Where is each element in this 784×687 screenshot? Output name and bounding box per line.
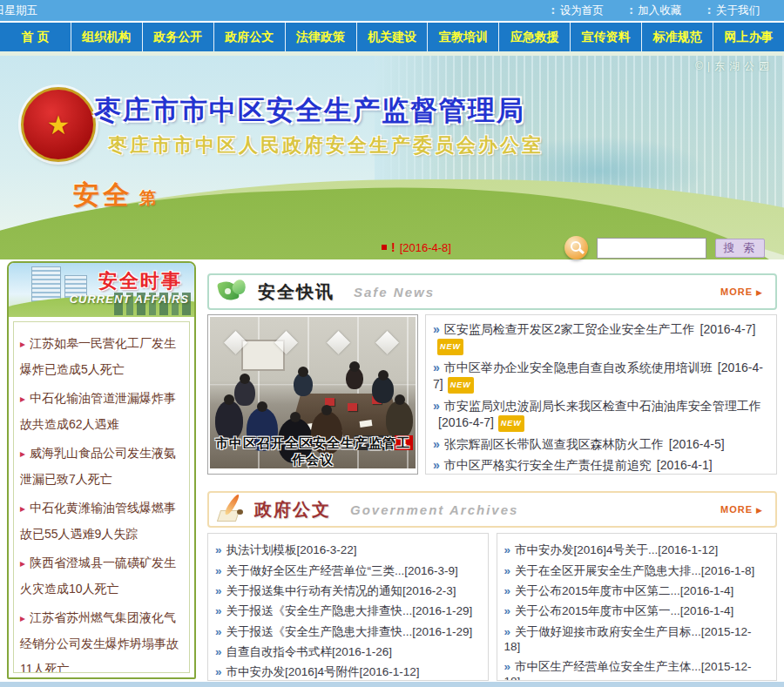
news-date: [2016-4-7] xyxy=(700,322,756,336)
nav-item[interactable]: 组织机构 xyxy=(71,23,143,51)
news-item[interactable]: »市中区举办企业安全隐患自查自改系统使用培训班[2016-4-7]NEW xyxy=(433,357,767,395)
news-item[interactable]: »张宗辉副区长带队巡查我区森林防火工作[2016-4-5] xyxy=(433,434,767,455)
sidebar-header: 安全时事 CURRENT AFFAIRS xyxy=(9,263,194,317)
gov-doc-text: 市中安办发[2016]4号关于... xyxy=(515,543,658,556)
gov-doc-item[interactable]: »关于报送《安全生产隐患大排查快...[2016-1-29] xyxy=(215,601,479,621)
new-badge: NEW xyxy=(498,415,524,432)
top-link[interactable]: ∶ 加入收藏 xyxy=(630,3,682,18)
sidebar-news-item[interactable]: ▸威海乳山食品公司发生液氨泄漏已致7人死亡 xyxy=(20,441,183,492)
nav-item[interactable]: 首 页 xyxy=(0,23,71,51)
gov-docs-more-link[interactable]: MORE ▶ xyxy=(720,504,763,515)
sidebar-news-text: 中石化输油管道泄漏爆炸事故共造成62人遇难 xyxy=(20,391,176,431)
site-title: 枣庄市市中区安全生产监督管理局 xyxy=(94,92,525,129)
gov-doc-date: [2016-1-4] xyxy=(680,604,734,617)
nav-item[interactable]: 政务公开 xyxy=(143,23,214,51)
gov-doc-item[interactable]: »市中安办发[2016]4号附件[2016-1-12] xyxy=(215,662,479,681)
news-date: [2016-4-5] xyxy=(669,437,725,451)
nav-item[interactable]: 应急救援 xyxy=(499,23,571,51)
gov-doc-date: [2016-1-8] xyxy=(701,564,755,577)
gov-doc-date: [2016-1-12] xyxy=(658,543,718,556)
sidebar-news-item[interactable]: ▸中石化输油管道泄漏爆炸事故共造成62人遇难 xyxy=(20,386,183,437)
gov-doc-item[interactable]: »关于报送《安全生产隐患大排查快...[2016-1-29] xyxy=(215,622,479,642)
arrow-bullet-icon: ▸ xyxy=(20,502,25,515)
announcement-date: [2016-4-8] xyxy=(400,241,451,254)
megaphone-icon xyxy=(218,279,249,305)
double-arrow-bullet-icon: » xyxy=(215,584,222,597)
gov-doc-date: [2016-2-3] xyxy=(402,584,456,597)
nav-item-label: 标准规范 xyxy=(653,30,702,45)
nav-item[interactable]: 机关建设 xyxy=(357,23,429,51)
top-link[interactable]: ∶ 关于我们 xyxy=(707,3,760,18)
search-magnifier-icon[interactable] xyxy=(564,236,588,259)
gov-doc-date: [2016-1-29] xyxy=(412,604,472,617)
arrow-bullet-icon: ▸ xyxy=(20,557,25,569)
double-arrow-bullet-icon: » xyxy=(433,360,440,374)
gov-doc-date: [2016-1-29] xyxy=(412,625,472,638)
sidebar-news-item[interactable]: ▸江苏省苏州燃气集团液化气经销分公司发生爆炸坍塌事故11人死亡 xyxy=(20,605,183,673)
double-arrow-bullet-icon: » xyxy=(215,564,222,577)
gov-doc-text: 自查自改指令书式样 xyxy=(226,645,333,658)
news-photo-slideshow[interactable]: 2 3 4 市中区召开全区安全生产监管工作会议 xyxy=(207,314,418,475)
photo-watermark: ©|东湖公园 xyxy=(695,59,774,74)
sidebar-news-text: 威海乳山食品公司发生液氨泄漏已致7人死亡 xyxy=(20,446,176,486)
search-input[interactable] xyxy=(597,238,706,259)
top-bar: 日星期五 ∶ 设为首页 ∶ 加入收藏 ∶ 关于我们 xyxy=(0,0,784,21)
nav-item[interactable]: 标准规范 xyxy=(642,23,713,51)
nav-item[interactable]: 宣传资料 xyxy=(571,23,642,51)
nav-item[interactable]: 政府公文 xyxy=(214,23,286,51)
double-arrow-bullet-icon: » xyxy=(433,322,440,336)
sidebar-news-item[interactable]: ▸陕西省澄城县一硫磺矿发生火灾造成10人死亡 xyxy=(20,550,183,602)
sidebar-news-item[interactable]: ▸江苏如皋一民营化工厂发生爆炸已造成5人死亡 xyxy=(20,331,183,382)
top-link-label: 设为首页 xyxy=(560,3,604,18)
double-arrow-bullet-icon: » xyxy=(504,660,511,673)
gov-doc-item[interactable]: »关于公布2015年度市中区第二...[2016-1-4] xyxy=(504,581,768,601)
nav-item[interactable]: 网上办事 xyxy=(713,23,784,51)
top-link-label: 加入收藏 xyxy=(638,3,681,18)
gov-doc-item[interactable]: »关于做好全区生产经营单位“三类...[2016-3-9] xyxy=(215,560,479,580)
news-item[interactable]: »市中区严格实行安全生产责任提前追究[2016-4-1] xyxy=(433,455,767,475)
nav-item-label: 机关建设 xyxy=(368,30,416,45)
gov-doc-text: 关于公布2015年度市中区第一... xyxy=(515,604,680,617)
announcement-ticker[interactable]: ! [2016-4-8] xyxy=(382,240,451,254)
gov-doc-item[interactable]: »关于公布2015年度市中区第一...[2016-1-4] xyxy=(504,601,768,621)
news-link-text: 张宗辉副区长带队巡查我区森林防火工作 xyxy=(444,437,664,451)
gov-doc-item[interactable]: »关于做好迎接市政府安全生产目标...[2015-12-18] xyxy=(504,622,768,657)
gov-doc-date: [2016-1-4] xyxy=(680,584,734,597)
more-arrow-icon: ▶ xyxy=(756,288,763,297)
double-arrow-bullet-icon: » xyxy=(504,625,511,638)
nav-item-label: 组织机构 xyxy=(82,30,131,45)
gov-doc-item[interactable]: »市中区生产经营单位安全生产主体...[2015-12-18] xyxy=(504,657,768,681)
news-date: [2016-4-1] xyxy=(657,458,713,472)
gov-doc-date: [2016-3-22] xyxy=(297,543,357,556)
double-arrow-bullet-icon: » xyxy=(215,665,222,678)
double-arrow-bullet-icon: » xyxy=(504,584,511,597)
safe-news-title: 安全快讯 xyxy=(258,280,335,304)
search-button[interactable]: 搜 索 xyxy=(715,239,765,258)
news-item[interactable]: »市安监局刘忠波副局长来我区检查中石油油库安全管理工作[2016-4-7]NEW xyxy=(433,395,767,434)
gov-doc-text: 关于做好全区生产经营单位“三类... xyxy=(226,564,405,577)
double-arrow-bullet-icon: » xyxy=(504,564,511,577)
gov-docs-content: »执法计划模板[2016-3-22] »关于做好全区生产经营单位“三类...[2… xyxy=(207,533,777,681)
news-item[interactable]: »区安监局检查开发区2家工贸企业安全生产工作[2016-4-7]NEW xyxy=(433,319,767,357)
header-banner: ★ 枣庄市市中区安全生产监督管理局 枣庄市市中区人民政府安全生产委员会办公室 安… xyxy=(0,56,784,259)
current-date: 日星期五 xyxy=(0,3,37,18)
gov-doc-item[interactable]: »关于在全区开展安全生产隐患大排...[2016-1-8] xyxy=(504,560,768,580)
top-link[interactable]: ∶ 设为首页 xyxy=(551,3,604,18)
gov-doc-item[interactable]: »市中安办发[2016]4号关于...[2016-1-12] xyxy=(504,540,768,560)
gov-doc-item[interactable]: »自查自改指令书式样[2016-1-26] xyxy=(215,642,479,662)
safe-news-more-link[interactable]: MORE ▶ xyxy=(720,286,763,297)
nav-item[interactable]: 宣教培训 xyxy=(428,23,499,51)
nav-item-label: 网上办事 xyxy=(725,30,774,45)
gov-doc-date: [2016-1-12] xyxy=(360,665,420,678)
nav-item[interactable]: 法律政策 xyxy=(286,23,357,51)
gov-docs-list-left: »执法计划模板[2016-3-22] »关于做好全区生产经营单位“三类...[2… xyxy=(207,533,489,681)
gov-doc-text: 关于在全区开展安全生产隐患大排... xyxy=(515,564,701,577)
gov-doc-text: 关于做好迎接市政府安全生产目标... xyxy=(515,625,701,638)
sidebar-news-item[interactable]: ▸中石化黄潍输油管线爆燃事故已55人遇难9人失踪 xyxy=(20,495,183,547)
news-link-text: 市中区严格实行安全生产责任提前追究 xyxy=(444,458,652,472)
new-badge: NEW xyxy=(437,339,463,355)
double-arrow-bullet-icon: » xyxy=(433,399,440,413)
gov-doc-text: 关于报送集中行动有关情况的通知 xyxy=(226,584,403,597)
gov-doc-item[interactable]: »关于报送集中行动有关情况的通知[2016-2-3] xyxy=(215,581,479,601)
gov-doc-item[interactable]: »执法计划模板[2016-3-22] xyxy=(215,540,479,560)
